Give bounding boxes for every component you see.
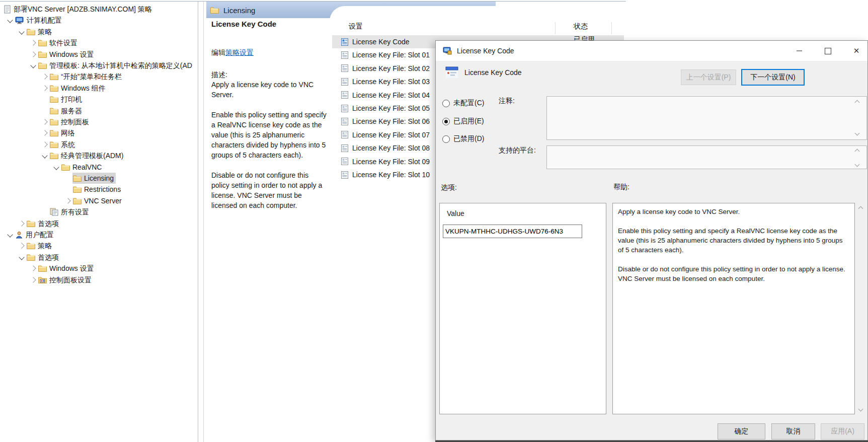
tree-item-控制面板设置[interactable]: 控制面板设置 — [29, 274, 94, 285]
license-key-input[interactable] — [443, 225, 582, 238]
tree-item-body[interactable]: 计算机配置 — [15, 15, 64, 26]
tree-item-body[interactable]: 控制面板 — [49, 116, 91, 127]
tree-item-计算机配置[interactable]: 计算机配置 — [6, 15, 64, 26]
tree-item-body[interactable]: 首选项 — [26, 218, 61, 229]
previous-setting-button[interactable]: 上一个设置(P) — [681, 69, 736, 85]
tree-item-body[interactable]: 管理模板: 从本地计算机中检索的策略定义(AD — [38, 60, 194, 71]
tree-item-网络[interactable]: 网络 — [40, 127, 77, 138]
policy-setting-icon — [341, 78, 349, 86]
tree-item-所有设置[interactable]: 所有设置 — [40, 206, 91, 217]
tree-item-策略[interactable]: 策略 — [17, 240, 54, 251]
tree-expanded-icon[interactable] — [6, 229, 15, 240]
tree-collapsed-icon[interactable] — [63, 195, 72, 206]
scroll-down-icon[interactable] — [858, 407, 863, 412]
tree-collapsed-icon[interactable] — [40, 127, 49, 138]
tree-collapsed-icon[interactable] — [17, 218, 26, 229]
tree-collapsed-icon[interactable] — [40, 83, 49, 94]
tree-item-body[interactable]: 软件设置 — [38, 37, 80, 48]
tree-item-body[interactable]: 策略 — [26, 26, 54, 37]
tree-item-服务器[interactable]: 服务器 — [40, 105, 84, 116]
tree-item-body[interactable]: 经典管理模板(ADM) — [49, 150, 125, 161]
tree-expanded-icon[interactable] — [6, 15, 15, 26]
edit-policy-setting-link[interactable]: 策略设置 — [225, 48, 254, 56]
tree-expanded-icon[interactable] — [17, 252, 26, 263]
tree-item-label: 计算机配置 — [27, 15, 62, 25]
tree-expanded-icon[interactable] — [52, 162, 61, 173]
minimize-button[interactable] — [788, 41, 810, 61]
tree-expanded-icon[interactable] — [29, 60, 38, 71]
tree-collapsed-icon[interactable] — [40, 71, 49, 82]
supported-platforms-textarea[interactable] — [546, 145, 867, 169]
tree-item-body[interactable]: Windows 设置 — [38, 263, 96, 274]
close-button[interactable]: ✕ — [845, 41, 867, 61]
tree-item-body[interactable]: 部署VNC Server [ADZB.SNIMAY.COM] 策略 — [3, 4, 154, 15]
tree-item-body[interactable]: Windows 组件 — [49, 83, 108, 94]
radio-button-icon[interactable] — [442, 135, 450, 143]
tree-item-Licensing[interactable]: Licensing — [63, 173, 116, 184]
tree-item-label: 用户配置 — [26, 230, 54, 240]
apply-button[interactable]: 应用(A) — [821, 423, 864, 439]
tree-item-body[interactable]: Windows 设置 — [38, 49, 96, 60]
tree-item-body[interactable]: Licensing — [72, 173, 116, 184]
tree-item-策略[interactable]: 策略 — [17, 26, 54, 37]
tree-item-VNC Server[interactable]: VNC Server — [63, 195, 124, 206]
tree-item-body[interactable]: 首选项 — [26, 252, 61, 263]
tree-expanded-icon[interactable] — [40, 150, 49, 161]
radio-已启用(E)[interactable]: 已启用(E) — [442, 117, 484, 126]
tree-expanded-icon[interactable] — [17, 26, 26, 37]
policy-setting-icon — [341, 130, 349, 139]
ok-button[interactable]: 确定 — [718, 423, 765, 439]
tree-item-部署VNC Server [ADZB.SNIMAY.COM] 策略[interactable]: 部署VNC Server [ADZB.SNIMAY.COM] 策略 — [0, 4, 154, 15]
maximize-button[interactable] — [817, 41, 839, 61]
cancel-button[interactable]: 取消 — [771, 423, 815, 439]
tree-item-RealVNC[interactable]: RealVNC — [52, 162, 104, 173]
description-text: Apply a license key code to VNC Server.E… — [211, 80, 328, 210]
tree-item-“开始”菜单和任务栏[interactable]: “开始”菜单和任务栏 — [40, 71, 124, 82]
tree-item-body[interactable]: 所有设置 — [49, 206, 91, 217]
tree-item-打印机[interactable]: 打印机 — [40, 94, 84, 105]
tree-item-body[interactable]: RealVNC — [61, 162, 104, 173]
radio-未配置(C)[interactable]: 未配置(C) — [442, 99, 484, 108]
tree-item-body[interactable]: 服务器 — [49, 105, 84, 116]
tree-item-body[interactable]: Restrictions — [72, 184, 123, 195]
tree-item-Windows 设置[interactable]: Windows 设置 — [29, 263, 96, 274]
tree-item-body[interactable]: “开始”菜单和任务栏 — [49, 71, 124, 82]
scroll-up-icon[interactable] — [858, 206, 863, 211]
tree-item-系统[interactable]: 系统 — [40, 139, 77, 150]
tree-item-body[interactable]: 控制面板设置 — [38, 274, 94, 285]
tree-item-label: 首选项 — [38, 218, 59, 229]
tree-collapsed-icon[interactable] — [29, 274, 38, 285]
tree-item-body[interactable]: 打印机 — [49, 94, 84, 105]
tree-item-用户配置[interactable]: 用户配置 — [6, 229, 56, 240]
column-header-status[interactable]: 状态 — [574, 22, 588, 31]
tree-collapsed-icon[interactable] — [17, 240, 26, 251]
tree-item-body[interactable]: 用户配置 — [15, 229, 56, 240]
folder-icon — [73, 175, 82, 182]
help-text-box[interactable]: Apply a license key code to VNC Server.E… — [612, 203, 855, 414]
tree-collapsed-icon[interactable] — [40, 116, 49, 127]
tree-collapsed-icon[interactable] — [40, 139, 49, 150]
tree-item-body[interactable]: 系统 — [49, 139, 77, 150]
radio-button-icon[interactable] — [442, 118, 450, 125]
tree-item-控制面板[interactable]: 控制面板 — [40, 116, 91, 127]
tree-item-经典管理模板(ADM)[interactable]: 经典管理模板(ADM) — [40, 150, 125, 161]
tree-item-body[interactable]: 网络 — [49, 127, 77, 138]
tree-item-管理模板: 从本地计算机中检索的策略定义(AD[interactable]: 管理模板: 从本地计算机中检索的策略定义(AD — [29, 60, 194, 71]
next-setting-button[interactable]: 下一个设置(N) — [741, 69, 805, 86]
comment-textarea[interactable] — [546, 96, 867, 140]
tree-item-body[interactable]: 策略 — [26, 240, 54, 251]
tree-item-首选项[interactable]: 首选项 — [17, 218, 61, 229]
tree-item-Windows 组件[interactable]: Windows 组件 — [40, 83, 108, 94]
tree-item-Windows 设置[interactable]: Windows 设置 — [29, 49, 96, 60]
tree-collapsed-icon[interactable] — [29, 37, 38, 48]
radio-button-icon[interactable] — [442, 100, 450, 107]
column-header-setting[interactable]: 设置 — [349, 22, 363, 31]
radio-已禁用(D)[interactable]: 已禁用(D) — [442, 134, 484, 143]
tree-item-Restrictions[interactable]: Restrictions — [63, 184, 123, 195]
panel-splitter[interactable] — [198, 2, 198, 442]
tree-item-body[interactable]: VNC Server — [72, 195, 124, 206]
tree-collapsed-icon[interactable] — [29, 263, 38, 274]
tree-collapsed-icon[interactable] — [29, 49, 38, 60]
tree-item-软件设置[interactable]: 软件设置 — [29, 37, 80, 48]
tree-item-首选项[interactable]: 首选项 — [17, 252, 61, 263]
